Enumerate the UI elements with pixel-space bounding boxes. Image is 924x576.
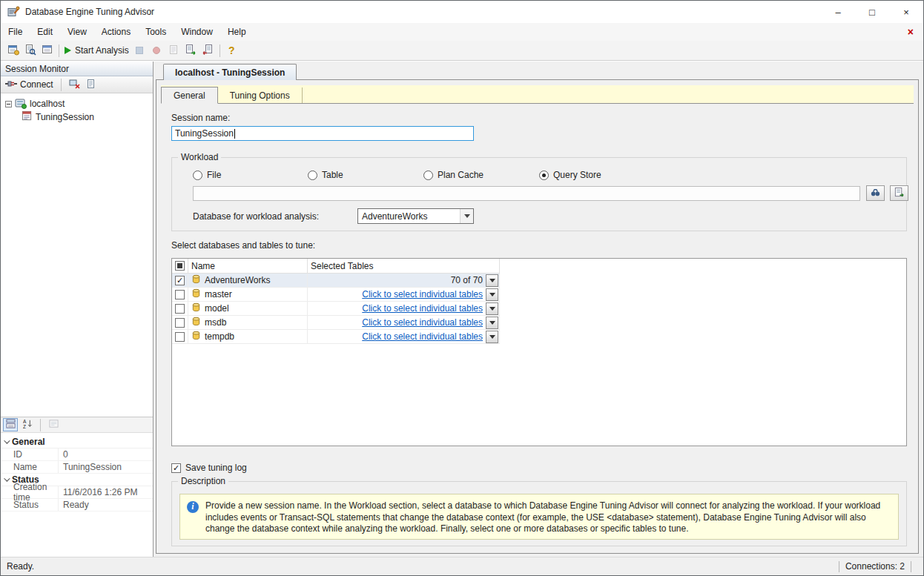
session-name-label: Session name: xyxy=(171,113,230,123)
property-category-general[interactable]: General xyxy=(1,436,153,448)
select-all-checkbox[interactable] xyxy=(175,261,185,271)
help-icon: ? xyxy=(228,44,235,56)
refresh-icon xyxy=(86,79,96,91)
new-session-button[interactable] xyxy=(4,42,22,59)
start-analysis-button[interactable]: Start Analysis xyxy=(62,42,131,59)
connections-count: Connections: 2 xyxy=(845,561,905,572)
select-tables-link[interactable]: Click to select individual tables xyxy=(362,317,483,328)
workload-radio-table[interactable]: Table xyxy=(308,170,343,180)
start-analysis-label: Start Analysis xyxy=(75,45,129,56)
minimize-button[interactable]: – xyxy=(821,1,855,23)
session-monitor-toolbar: Connect xyxy=(1,76,153,93)
database-name: master xyxy=(205,289,232,299)
toolbar-separator xyxy=(40,419,41,431)
property-row[interactable]: Status Ready xyxy=(1,499,153,512)
selected-tables-count: 70 of 70 xyxy=(451,275,483,285)
database-checkbox[interactable] xyxy=(175,276,185,285)
menu-actions[interactable]: Actions xyxy=(94,23,138,41)
database-icon xyxy=(191,331,201,342)
workload-radio-query-store[interactable]: Query Store xyxy=(539,170,601,180)
window-title: Database Engine Tuning Advisor xyxy=(25,7,154,17)
tree-item-tuning-session[interactable]: TuningSession xyxy=(1,110,153,124)
toolbar-separator xyxy=(59,44,59,57)
property-row[interactable]: ID 0 xyxy=(1,448,153,461)
description-groupbox: Description i Provide a new session name… xyxy=(171,481,907,546)
open-workload-file-button[interactable] xyxy=(22,42,39,59)
grid-header: Name Selected Tables xyxy=(172,259,500,274)
column-header-selected-tables[interactable]: Selected Tables xyxy=(308,259,500,273)
workload-radio-plan-cache[interactable]: Plan Cache xyxy=(423,170,484,180)
workload-file-input xyxy=(193,186,860,201)
open-session-icon xyxy=(42,44,53,58)
property-row[interactable]: Name TuningSession xyxy=(1,461,153,474)
open-session-button[interactable] xyxy=(39,42,56,59)
close-document-icon[interactable]: × xyxy=(898,26,923,38)
radio-label: Query Store xyxy=(553,170,601,180)
close-button[interactable]: × xyxy=(889,1,923,23)
database-checkbox[interactable] xyxy=(175,332,185,342)
tree-item-localhost[interactable]: localhost xyxy=(1,97,153,110)
tables-dropdown-button[interactable] xyxy=(486,288,498,301)
menu-window[interactable]: Window xyxy=(174,23,220,41)
select-tables-link[interactable]: Click to select individual tables xyxy=(362,289,483,299)
import-session-button[interactable] xyxy=(182,42,199,59)
tables-dropdown-button[interactable] xyxy=(486,331,498,343)
select-tables-link[interactable]: Click to select individual tables xyxy=(362,303,483,314)
connect-icon xyxy=(5,79,17,91)
select-tables-link[interactable]: Click to select individual tables xyxy=(362,331,483,342)
status-separator xyxy=(911,561,911,572)
column-header-name[interactable]: Name xyxy=(188,259,308,273)
title-bar: Database Engine Tuning Advisor – □ × xyxy=(1,1,923,23)
menu-help[interactable]: Help xyxy=(220,23,254,41)
tab-general[interactable]: General xyxy=(161,87,218,104)
menu-file[interactable]: File xyxy=(1,23,30,41)
description-group-title: Description xyxy=(178,476,228,486)
maximize-button[interactable]: □ xyxy=(855,1,889,23)
database-checkbox[interactable] xyxy=(175,318,185,328)
menu-tools[interactable]: Tools xyxy=(138,23,174,41)
session-name-input[interactable]: TuningSession xyxy=(171,126,474,141)
property-row[interactable]: Creation time 11/6/2016 1:26 PM xyxy=(1,486,153,499)
workload-database-label: Database for workload analysis: xyxy=(193,211,319,222)
chevron-down-icon xyxy=(4,475,10,481)
tables-dropdown-button[interactable] xyxy=(486,317,498,329)
tab-tuning-options[interactable]: Tuning Options xyxy=(218,87,303,103)
browse-workload-button[interactable] xyxy=(866,185,885,201)
workload-database-select[interactable]: AdventureWorks xyxy=(357,208,474,224)
refresh-button[interactable] xyxy=(85,77,98,92)
session-monitor-title: Session Monitor xyxy=(5,64,69,74)
database-name: model xyxy=(205,303,229,314)
categorized-button[interactable] xyxy=(3,418,18,431)
menu-edit[interactable]: Edit xyxy=(30,23,60,41)
database-checkbox[interactable] xyxy=(175,290,185,299)
database-row[interactable]: master Click to select individual tables xyxy=(172,288,500,302)
save-tuning-log-checkbox[interactable]: Save tuning log xyxy=(171,463,247,473)
tables-dropdown-button[interactable] xyxy=(486,274,498,287)
tree-collapse-icon[interactable] xyxy=(5,101,12,107)
chevron-down-icon xyxy=(4,437,10,443)
workload-radio-file[interactable]: File xyxy=(193,170,221,180)
tree-item-label: localhost xyxy=(30,99,65,109)
toolbar-separator xyxy=(220,44,220,57)
document-tab[interactable]: localhost - TuningSession xyxy=(163,64,297,80)
menu-view[interactable]: View xyxy=(60,23,94,41)
database-row[interactable]: model Click to select individual tables xyxy=(172,302,500,316)
connect-button[interactable]: Connect xyxy=(4,77,55,92)
database-checkbox[interactable] xyxy=(175,304,185,314)
database-row[interactable]: msdb Click to select individual tables xyxy=(172,316,500,330)
database-row[interactable]: tempdb Click to select individual tables xyxy=(172,330,500,344)
category-title: General xyxy=(12,437,45,447)
help-button[interactable]: ? xyxy=(223,42,240,59)
alphabetical-sort-button[interactable]: AZ xyxy=(20,418,35,431)
open-workload-file-icon xyxy=(24,44,36,58)
start-analysis-icon xyxy=(65,47,71,54)
export-session-button[interactable] xyxy=(199,42,217,59)
property-value: 11/6/2016 1:26 PM xyxy=(59,486,153,498)
property-label: Creation time xyxy=(1,486,59,498)
tables-dropdown-button[interactable] xyxy=(486,302,498,315)
radio-label: Table xyxy=(322,170,343,180)
database-row[interactable]: AdventureWorks 70 of 70 xyxy=(172,274,500,288)
view-workload-button[interactable] xyxy=(890,185,908,201)
property-pages-icon xyxy=(49,419,59,431)
disconnect-button[interactable] xyxy=(67,77,82,92)
